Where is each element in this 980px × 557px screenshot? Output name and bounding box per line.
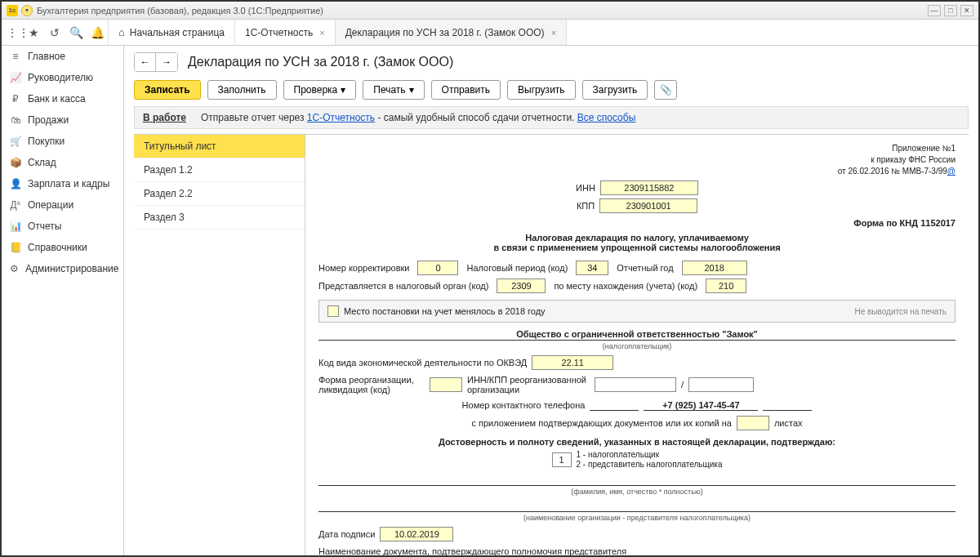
period-input[interactable]: 34 bbox=[576, 261, 608, 275]
sidebar-item[interactable]: ₽Банк и касса bbox=[2, 88, 123, 109]
minimize-button[interactable]: — bbox=[928, 5, 941, 16]
sidebar-icon: 📒 bbox=[10, 242, 21, 253]
fio-line[interactable] bbox=[318, 475, 956, 486]
sidebar-icon: 📊 bbox=[10, 221, 21, 232]
section-item[interactable]: Раздел 3 bbox=[134, 206, 305, 229]
reorg-code-input[interactable] bbox=[430, 377, 462, 392]
close-icon[interactable]: × bbox=[319, 28, 324, 38]
link-1c-reporting[interactable]: 1С-Отчетность bbox=[307, 112, 375, 123]
place-label: по месту нахождения (учета) (код) bbox=[554, 281, 697, 291]
close-button[interactable]: ✕ bbox=[960, 5, 973, 16]
fio-caption: (фамилия, имя, отчество * полностью) bbox=[318, 488, 956, 496]
export-button[interactable]: Выгрузить bbox=[507, 80, 576, 100]
sidebar-label: Банк и касса bbox=[28, 93, 86, 105]
tab-declaration[interactable]: Декларация по УСН за 2018 г. (Замок ООО)… bbox=[336, 20, 567, 45]
tab-home[interactable]: ⌂ Начальная страница bbox=[109, 20, 235, 45]
status-text: Отправьте отчет через 1С-Отчетность - са… bbox=[201, 112, 635, 123]
import-button[interactable]: Загрузить bbox=[582, 80, 648, 100]
attach-pages-input[interactable] bbox=[737, 416, 769, 430]
forward-button[interactable]: → bbox=[156, 53, 177, 71]
sidebar-item[interactable]: ДᵏОперации bbox=[2, 194, 123, 216]
reg-change-checkbox[interactable] bbox=[327, 305, 339, 317]
button-label: Проверка bbox=[294, 84, 338, 96]
reorg-innkpp-label: ИНН/КПП реорганизованной организации bbox=[467, 375, 590, 394]
sidebar-item[interactable]: 📈Руководителю bbox=[2, 67, 123, 88]
year-input[interactable]: 2018 bbox=[682, 261, 747, 275]
section-item[interactable]: Раздел 1.2 bbox=[134, 158, 305, 182]
corr-label: Номер корректировки bbox=[318, 263, 409, 273]
search-icon[interactable]: 🔍 bbox=[65, 20, 87, 46]
check-button[interactable]: Проверка ▾ bbox=[283, 80, 357, 100]
section-item[interactable]: Раздел 2.2 bbox=[134, 182, 305, 206]
tab-label: Декларация по УСН за 2018 г. (Замок ООО) bbox=[345, 27, 545, 38]
sidebar-icon: ⚙ bbox=[10, 263, 19, 274]
rep-doc-label: Наименование документа, подтверждающего … bbox=[318, 546, 956, 555]
year-label: Отчетный год bbox=[617, 263, 673, 273]
maximize-button[interactable]: □ bbox=[944, 5, 957, 16]
back-button[interactable]: ← bbox=[135, 53, 156, 71]
window-titlebar: 1c ▾ Бухгалтерия предприятия (базовая), … bbox=[2, 2, 978, 20]
tab-reporting[interactable]: 1С-Отчетность × bbox=[235, 20, 336, 45]
form-heading-1: Налоговая декларация по налогу, уплачива… bbox=[318, 233, 956, 243]
knd-code: Форма по КНД 1152017 bbox=[318, 218, 956, 228]
phone-label: Номер контактного телефона bbox=[462, 400, 586, 410]
app-logo-icon: 1c bbox=[7, 5, 18, 16]
sidebar-icon: 🛒 bbox=[10, 136, 21, 147]
attach-label-1: с приложением подтверждающих документов … bbox=[471, 418, 731, 428]
sign-date-input[interactable]: 10.02.2019 bbox=[380, 527, 453, 541]
fill-button[interactable]: Заполнить bbox=[207, 80, 277, 100]
inn-label: ИНН bbox=[576, 183, 595, 193]
star-icon[interactable]: ★ bbox=[23, 20, 44, 46]
inn-input[interactable]: 2309115882 bbox=[600, 180, 698, 195]
sidebar-item[interactable]: 📒Справочники bbox=[2, 237, 123, 258]
history-icon[interactable]: ↺ bbox=[44, 20, 65, 46]
reorg-kpp-input[interactable] bbox=[688, 377, 754, 392]
at-link[interactable]: @ bbox=[947, 167, 956, 176]
place-input[interactable]: 210 bbox=[706, 278, 746, 293]
confirm-code-input[interactable]: 1 bbox=[552, 452, 572, 467]
noprint-hint: Не выводится на печать bbox=[854, 307, 947, 316]
corr-input[interactable]: 0 bbox=[417, 261, 458, 275]
kpp-input[interactable]: 230901001 bbox=[599, 198, 697, 213]
okved-input[interactable]: 22.11 bbox=[532, 355, 613, 370]
reorg-label: Форма реорганизации, ликвидация (код) bbox=[318, 375, 425, 394]
button-label: Печать bbox=[373, 84, 405, 96]
sidebar-label: Главное bbox=[28, 51, 65, 62]
section-item[interactable]: Титульный лист bbox=[134, 135, 305, 158]
appendix-header: Приложение №1 к приказу ФНС России от 26… bbox=[318, 143, 956, 177]
sidebar-item[interactable]: ⚙Администрирование bbox=[2, 258, 123, 279]
sidebar-icon: Дᵏ bbox=[10, 199, 21, 211]
confirm-heading: Достоверность и полноту сведений, указан… bbox=[318, 437, 956, 447]
reorg-inn-input[interactable] bbox=[595, 377, 676, 392]
rep-line[interactable] bbox=[318, 501, 956, 512]
apps-icon[interactable]: ⋮⋮⋮ bbox=[2, 20, 23, 46]
bell-icon[interactable]: 🔔 bbox=[87, 20, 108, 46]
sidebar-item[interactable]: 🛍Продажи bbox=[2, 109, 123, 131]
sidebar-item[interactable]: 👤Зарплата и кадры bbox=[2, 173, 123, 194]
form-title-sheet: Приложение №1 к приказу ФНС России от 26… bbox=[305, 135, 969, 555]
sidebar-icon: 🛍 bbox=[10, 114, 21, 126]
send-button[interactable]: Отправить bbox=[431, 80, 501, 100]
phone-value: +7 (925) 147-45-47 bbox=[644, 400, 758, 411]
home-icon: ⌂ bbox=[118, 26, 125, 38]
kpp-label: КПП bbox=[577, 201, 595, 211]
sign-date-label: Дата подписи bbox=[318, 529, 375, 539]
sidebar-item[interactable]: ≡Главное bbox=[2, 46, 123, 67]
titlebar-dropdown-icon[interactable]: ▾ bbox=[21, 5, 33, 16]
confirm-opt2: 2 - представитель налогоплательщика bbox=[577, 460, 723, 470]
sidebar-label: Отчеты bbox=[28, 221, 61, 232]
status-label[interactable]: В работе bbox=[143, 112, 186, 123]
write-button[interactable]: Записать bbox=[134, 80, 201, 100]
link-all-methods[interactable]: Все способы bbox=[577, 112, 636, 123]
attach-button[interactable]: 📎 bbox=[654, 80, 677, 100]
sidebar-item[interactable]: 📦Склад bbox=[2, 152, 123, 173]
organ-input[interactable]: 2309 bbox=[497, 278, 546, 293]
sidebar-item[interactable]: 📊Отчеты bbox=[2, 216, 123, 237]
print-button[interactable]: Печать ▾ bbox=[363, 80, 424, 100]
sidebar-label: Покупки bbox=[28, 136, 65, 147]
sidebar-label: Операции bbox=[28, 199, 74, 211]
close-icon[interactable]: × bbox=[551, 28, 556, 38]
sidebar-item[interactable]: 🛒Покупки bbox=[2, 131, 123, 152]
chevron-down-icon: ▾ bbox=[409, 84, 414, 96]
top-toolbar: ⋮⋮⋮ ★ ↺ 🔍 🔔 ⌂ Начальная страница 1С-Отче… bbox=[2, 20, 978, 46]
